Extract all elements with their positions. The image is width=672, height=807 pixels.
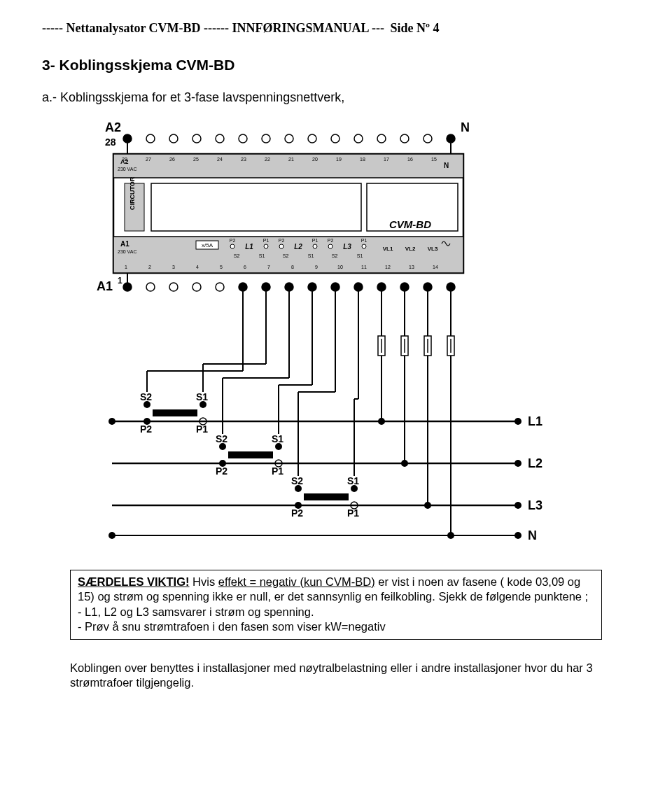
svg-text:P1: P1	[263, 238, 270, 243]
important-box: SÆRDELES VIKTIG! Hvis effekt = negativ (…	[70, 570, 602, 640]
svg-point-91	[447, 283, 455, 291]
svg-text:12: 12	[385, 265, 391, 269]
svg-text:P1: P1	[196, 423, 208, 435]
label-28: 28	[105, 136, 116, 148]
svg-point-4	[216, 134, 224, 143]
svg-text:VL2: VL2	[405, 246, 416, 252]
svg-text:P1: P1	[272, 465, 284, 477]
svg-text:S2: S2	[283, 253, 289, 258]
svg-text:11: 11	[361, 265, 367, 269]
svg-text:P1: P1	[347, 507, 359, 519]
header-right: Side Nº 4	[391, 21, 440, 35]
important-underline: effekt = negativ (kun CVM-BD)	[218, 575, 375, 588]
svg-text:P2: P2	[291, 507, 303, 519]
svg-point-58	[362, 244, 366, 248]
svg-text:6: 6	[244, 265, 246, 269]
svg-text:26: 26	[169, 157, 175, 162]
svg-point-8	[308, 134, 316, 143]
svg-point-143	[295, 485, 302, 492]
svg-text:VL3: VL3	[428, 246, 438, 252]
svg-text:P2: P2	[230, 238, 236, 243]
svg-text:S2: S2	[234, 253, 240, 258]
svg-text:14: 14	[433, 265, 438, 269]
important-title: SÆRDELES VIKTIG!	[78, 575, 190, 588]
svg-text:16: 16	[407, 157, 413, 162]
svg-text:S2: S2	[291, 475, 303, 486]
svg-point-163	[514, 532, 522, 539]
svg-point-7	[285, 134, 293, 143]
svg-text:L1: L1	[245, 243, 253, 251]
svg-text:7: 7	[267, 265, 270, 269]
svg-text:S2: S2	[216, 433, 227, 444]
svg-text:18: 18	[360, 157, 365, 162]
svg-rect-127	[153, 409, 197, 416]
svg-point-158	[447, 532, 454, 539]
svg-text:3: 3	[172, 265, 175, 269]
svg-point-77	[123, 283, 132, 291]
svg-point-11	[377, 134, 386, 143]
svg-point-82	[239, 283, 247, 291]
svg-text:S1: S1	[357, 253, 363, 258]
svg-text:22: 22	[265, 157, 270, 162]
dev-230vac-bot: 230 VAC	[118, 249, 137, 254]
line-N: N	[528, 528, 537, 542]
bottom-terminal-row: A1 1	[97, 273, 455, 293]
svg-point-86	[331, 283, 340, 291]
svg-text:S1: S1	[308, 253, 314, 258]
fuses	[378, 336, 454, 356]
top-terminal-row: A2 28 N	[105, 120, 470, 154]
svg-text:S1: S1	[347, 475, 359, 486]
label-N-outer: N	[461, 120, 470, 134]
diagram-svg: A2 28 N A2 230 VAC N 28 27 26 25 24	[70, 119, 574, 553]
svg-point-6	[262, 134, 270, 143]
svg-text:15: 15	[431, 157, 437, 162]
svg-text:P1: P1	[361, 238, 368, 243]
svg-point-5	[239, 134, 247, 143]
line-L1: L1	[528, 414, 542, 428]
ct-2: S2 S1 P2 P1	[216, 433, 284, 477]
svg-rect-136	[228, 451, 273, 458]
svg-point-126	[200, 401, 206, 408]
svg-point-161	[514, 460, 522, 467]
device-body: A2 230 VAC N 28 27 26 25 24 23 22 21 20 …	[113, 154, 463, 273]
svg-point-90	[424, 283, 432, 291]
svg-text:L3: L3	[343, 243, 351, 251]
svg-point-80	[192, 283, 201, 291]
x5a-label: x/5A	[202, 242, 214, 248]
important-bullet-1: - L1, L2 og L3 samsvarer i strøm og spen…	[78, 605, 314, 618]
svg-text:2: 2	[148, 265, 151, 269]
svg-text:L2: L2	[294, 243, 302, 251]
svg-text:S2: S2	[332, 253, 338, 258]
svg-text:S2: S2	[140, 391, 152, 402]
model-label: CVM-BD	[389, 218, 431, 230]
svg-text:8: 8	[291, 265, 294, 269]
svg-point-10	[354, 134, 363, 143]
header-left: ----- Nettanalysator CVM-BD ------ INNFØ…	[42, 21, 384, 35]
svg-point-0	[123, 134, 132, 143]
svg-point-9	[331, 134, 340, 143]
svg-point-3	[192, 134, 201, 143]
svg-point-156	[401, 460, 408, 467]
page-header: ----- Nettanalysator CVM-BD ------ INNFØ…	[42, 21, 630, 36]
dev-230vac-top: 230 VAC	[118, 167, 137, 171]
svg-rect-34	[151, 183, 361, 231]
svg-point-57	[328, 244, 332, 248]
svg-text:S1: S1	[259, 253, 265, 258]
svg-text:20: 20	[312, 157, 318, 162]
dev-N: N	[444, 162, 449, 169]
svg-point-144	[351, 485, 358, 492]
svg-text:VL1: VL1	[383, 246, 393, 252]
svg-point-13	[424, 134, 432, 143]
svg-point-12	[400, 134, 409, 143]
dev-A1: A1	[120, 240, 130, 248]
wiring-diagram: A2 28 N A2 230 VAC N 28 27 26 25 24	[70, 119, 602, 553]
brand-label: CIRCUTOR	[129, 176, 136, 210]
svg-text:1: 1	[125, 265, 127, 269]
svg-text:P2: P2	[140, 423, 152, 435]
svg-point-84	[285, 283, 293, 291]
svg-text:1: 1	[118, 276, 122, 286]
svg-point-87	[354, 283, 363, 291]
svg-text:25: 25	[193, 157, 199, 162]
svg-text:19: 19	[336, 157, 342, 162]
svg-point-79	[169, 283, 178, 291]
